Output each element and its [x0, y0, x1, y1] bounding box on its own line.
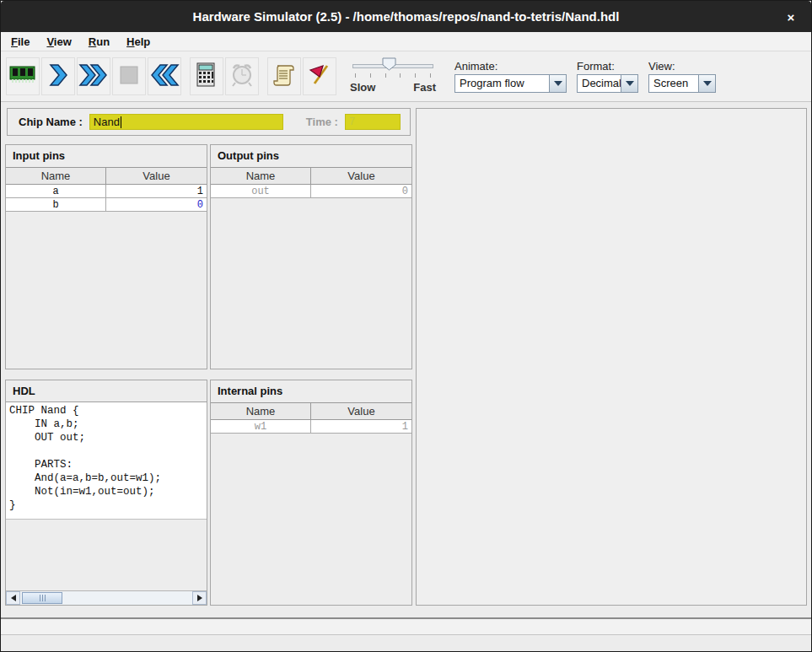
script-scroll-icon	[272, 63, 296, 90]
view-combo-group: View: Screen	[648, 60, 716, 93]
clock-icon	[229, 62, 255, 91]
hdl-code-line	[9, 445, 203, 458]
hdl-code-line: IN a,b;	[9, 418, 203, 431]
animate-combo-group: Animate: Program flow	[454, 60, 567, 93]
speed-slider-thumb[interactable]	[382, 57, 396, 74]
column-header-name: Name	[6, 168, 106, 184]
column-header-value: Value	[311, 168, 411, 184]
hdl-code-view[interactable]: CHIP Nand { IN a,b; OUT out; PARTS: And(…	[6, 401, 207, 520]
chip-name-input[interactable]: Nand	[89, 114, 283, 130]
speed-slider-ticks	[355, 73, 431, 78]
menu-run[interactable]: Run	[80, 33, 118, 51]
animate-label: Animate:	[454, 60, 567, 73]
message-bar	[1, 635, 811, 651]
internal-pins-panel: Internal pins Name Value w1 1	[210, 380, 412, 606]
status-bar	[1, 617, 811, 635]
format-combo-group: Format: Decimal	[577, 60, 638, 93]
table-header: Name Value	[211, 403, 411, 420]
load-chip-icon	[9, 65, 36, 89]
chevron-down-icon[interactable]	[550, 74, 567, 93]
hdl-horizontal-scrollbar[interactable]	[6, 590, 207, 605]
clock-button[interactable]	[225, 57, 259, 95]
stop-button[interactable]	[112, 57, 146, 95]
animate-combo[interactable]: Program flow	[454, 74, 567, 93]
format-combo[interactable]: Decimal	[577, 74, 638, 93]
pin-value: 1	[311, 420, 411, 433]
table-header: Name Value	[211, 168, 411, 185]
output-pins-table: Name Value out 0	[211, 167, 411, 198]
chevron-down-icon[interactable]	[621, 74, 638, 93]
chip-display-area	[416, 108, 807, 606]
run-button[interactable]	[77, 57, 110, 95]
hdl-code-line: And(a=a,b=b,out=w1);	[9, 471, 203, 485]
table-row: b 0	[6, 198, 207, 212]
hdl-code-line: }	[9, 498, 203, 512]
toolbar: Slow Fast Animate: Program flow Format: …	[1, 51, 811, 102]
output-pins-panel: Output pins Name Value out 0	[210, 144, 412, 369]
animate-combo-value: Program flow	[454, 74, 550, 93]
menu-help[interactable]: Help	[118, 33, 159, 51]
load-chip-button[interactable]	[6, 57, 40, 95]
slider-slow-label: Slow	[350, 81, 375, 94]
scrollbar-thumb[interactable]	[22, 592, 62, 604]
time-field: 7	[345, 114, 401, 130]
input-pins-title: Input pins	[6, 145, 207, 165]
script-button[interactable]	[267, 57, 301, 95]
chip-name-label: Chip Name :	[19, 116, 83, 128]
hardware-simulator-window: Hardware Simulator (2.5) - /home/thomas/…	[0, 0, 812, 652]
text-caret	[121, 116, 121, 128]
window-title: Hardware Simulator (2.5) - /home/thomas/…	[193, 9, 620, 24]
time-label: Time :	[306, 116, 338, 128]
column-header-name: Name	[211, 403, 311, 419]
time-value: 7	[349, 116, 355, 128]
chip-header-panel: Chip Name : Nand Time : 7	[7, 108, 411, 136]
main-content: Chip Name : Nand Time : 7 Input pins Nam…	[1, 102, 811, 617]
input-pins-table: Name Value a 1 b 0	[6, 167, 207, 212]
close-button[interactable]: ×	[782, 8, 799, 25]
input-pins-panel: Input pins Name Value a 1 b 0	[5, 144, 207, 369]
hdl-code-line: Not(in=w1,out=out);	[9, 485, 203, 498]
table-row: a 1	[6, 185, 207, 198]
view-combo-value: Screen	[648, 74, 699, 93]
internal-pins-title: Internal pins	[211, 380, 411, 401]
hdl-title: HDL	[6, 380, 207, 401]
slider-fast-label: Fast	[413, 81, 436, 94]
format-label: Format:	[577, 60, 638, 73]
hdl-panel: HDL CHIP Nand { IN a,b; OUT out; PARTS: …	[5, 380, 207, 606]
hdl-code-line: OUT out;	[9, 431, 203, 445]
menu-view[interactable]: View	[38, 33, 79, 51]
chevron-down-icon[interactable]	[699, 74, 716, 93]
pin-value: 0	[311, 185, 411, 197]
pin-value[interactable]: 1	[106, 185, 207, 197]
column-header-value: Value	[106, 168, 207, 184]
speed-slider: Slow Fast	[350, 56, 436, 98]
pin-value[interactable]: 0	[106, 198, 207, 211]
scroll-right-arrow[interactable]	[192, 591, 207, 605]
chip-name-value: Nand	[94, 116, 120, 128]
column-header-value: Value	[311, 403, 411, 419]
menubar: File View Run Help	[1, 32, 811, 51]
pin-name: w1	[211, 420, 311, 433]
menu-file[interactable]: File	[3, 33, 38, 51]
reset-icon	[149, 63, 180, 90]
scroll-left-arrow[interactable]	[6, 591, 20, 605]
table-header: Name Value	[6, 168, 207, 185]
view-combo[interactable]: Screen	[648, 74, 716, 93]
breakpoint-flag-icon	[308, 63, 331, 90]
column-header-name: Name	[211, 168, 311, 184]
reset-button[interactable]	[148, 57, 181, 95]
view-label: View:	[648, 60, 716, 73]
calculator-eval-icon	[196, 62, 218, 91]
table-row: w1 1	[211, 420, 411, 434]
single-step-icon	[47, 63, 69, 90]
breakpoints-button[interactable]	[303, 57, 336, 95]
hdl-code-line: PARTS:	[9, 458, 203, 471]
single-step-button[interactable]	[41, 57, 75, 95]
pin-name: a	[6, 185, 106, 197]
table-row: out 0	[211, 185, 411, 198]
titlebar: Hardware Simulator (2.5) - /home/thomas/…	[1, 1, 811, 32]
eval-button[interactable]	[190, 57, 223, 95]
pin-name: out	[211, 185, 311, 197]
format-combo-value: Decimal	[577, 74, 621, 93]
internal-pins-table: Name Value w1 1	[211, 402, 411, 434]
